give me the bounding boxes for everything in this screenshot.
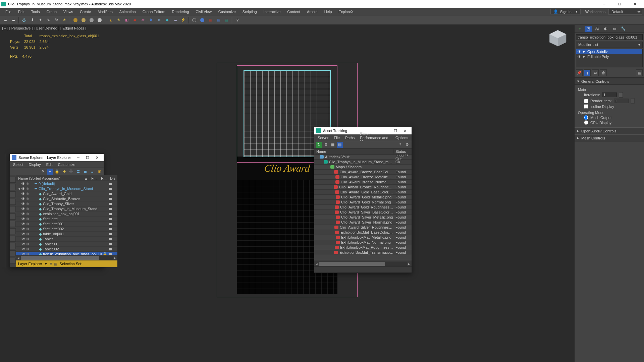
menu-scripting[interactable]: Scripting (239, 9, 260, 15)
menu-file[interactable]: File (2, 9, 15, 15)
at-menu-paths[interactable]: Paths (342, 135, 357, 140)
scene-explorer-list[interactable]: 👁❄≣0 (default)▾👁❄≣Clio_Trophys_in_Museum… (16, 181, 117, 255)
menu-interactive[interactable]: Interactive (260, 9, 284, 15)
asset-row-exhibitionboxmat-basecolor-png[interactable]: ExhibitionBoxMat_BaseColor.pngFound (314, 230, 412, 235)
at-help-button[interactable]: ? (397, 142, 403, 148)
asset-row-exhibitionboxmat-metallic-png[interactable]: ExhibitionBoxMat_Metallic.pngFound (314, 235, 412, 240)
motion-tab[interactable]: ◐ (602, 26, 609, 32)
se-row-clio-award-gold[interactable]: 👁❄◆Clio_Award_Gold (16, 191, 117, 196)
modifier-editable-poly[interactable]: 👁▸Editable Poly (576, 54, 642, 59)
fill-icon[interactable]: ◧ (123, 16, 130, 24)
se-row-tablet002[interactable]: 👁❄◆Tablet002 (16, 247, 117, 252)
se-side-5[interactable] (10, 206, 16, 212)
bolt-icon[interactable]: ⚡ (179, 16, 187, 24)
se-side-1[interactable] (10, 177, 16, 183)
se-side-10[interactable] (10, 243, 16, 249)
mesh-output-radio[interactable] (584, 115, 588, 120)
at-menu-file[interactable]: File (331, 135, 342, 140)
se-filter-button[interactable]: ▼ (47, 169, 53, 175)
menu-rendering[interactable]: Rendering (169, 9, 193, 15)
isoline-check[interactable] (584, 104, 588, 109)
minimize-button[interactable]: ─ (596, 0, 612, 8)
cloud2-icon[interactable]: ☁ (171, 16, 179, 24)
wire-icon[interactable] (191, 16, 198, 24)
se-row-table-obj001[interactable]: 👁❄◆table_obj001 (16, 232, 117, 237)
se-menu-select[interactable]: Select (10, 162, 26, 167)
se-layers2-button[interactable]: ☰ (82, 169, 88, 175)
asset-row-clio-award-silver-normal-png[interactable]: Clio_Award_Silver_Normal.pngFound (314, 220, 412, 225)
configure-sets-button[interactable]: ▦ (636, 69, 643, 76)
asset-row-clio-award-gold-metallic-png[interactable]: Clio_Award_Gold_Metallic.pngFound (314, 195, 412, 200)
loop-icon[interactable]: ↻ (53, 16, 60, 24)
menu-create[interactable]: Create (76, 9, 94, 15)
asset-row-autodesk-vault[interactable]: Autodesk VaultLogged Out (314, 155, 412, 160)
se-newlayer-button[interactable]: ✚ (61, 169, 67, 175)
menu-edit[interactable]: Edit (15, 9, 28, 15)
se-layers3-button[interactable]: ≡ (89, 169, 95, 175)
modifier-stack[interactable]: 👁▸OpenSubdiv👁▸Editable Poly (576, 49, 643, 67)
asset-row-exhibitionboxmat-normal-png[interactable]: ExhibitionBoxMat_Normal.pngFound (314, 240, 412, 245)
se-menu-edit[interactable]: Edit (44, 162, 55, 167)
se-hscroll[interactable]: ◂▸ (16, 255, 117, 260)
axis-icon[interactable]: ↯ (45, 16, 52, 24)
sun-icon[interactable]: ☀ (61, 16, 68, 24)
asset-row-clio-award-silver-metallic-png[interactable]: Clio_Award_Silver_Metallic.pngFound (314, 215, 412, 220)
pin-stack-button[interactable]: 📌 (576, 69, 583, 76)
se-side-2[interactable] (10, 184, 16, 190)
shade-3-icon[interactable] (88, 16, 95, 24)
puzzle-icon[interactable]: ◆ (163, 16, 171, 24)
signin-button[interactable]: 👤 Sign In ▾ (550, 9, 581, 14)
show-end-result-button[interactable]: ▮ (584, 69, 591, 76)
asset-row-clio-award-gold-roughness-png[interactable]: Clio_Award_Gold_Roughness.pngFound (314, 205, 412, 210)
asset-row-exhibitionboxmat-transmission-png[interactable]: ExhibitionBoxMat_Transmission.pngFound (314, 250, 412, 255)
remove-modifier-button[interactable]: 🗑 (600, 69, 607, 76)
at-hscroll[interactable]: ◂▸ (314, 261, 412, 266)
se-row-transp-exhibition-box-glass-obj001[interactable]: 👁❄◆transp_exhibition_box_glass_obj001🔒 (16, 252, 117, 255)
gpu-display-radio[interactable] (584, 120, 588, 125)
cloud-icon[interactable]: ☁ (1, 16, 9, 24)
se-row-tablet001[interactable]: 👁❄◆Tablet001 (16, 242, 117, 247)
se-row-clio-trophys-in-museum-stand[interactable]: 👁❄◆Clio_Trophys_in_Museum_Stand (16, 206, 117, 212)
snow-icon[interactable]: ❄ (155, 16, 163, 24)
se-side-7[interactable] (10, 221, 16, 227)
render-iters-check[interactable] (584, 99, 588, 103)
asset-row-clio-award-bronze-basecolor-png[interactable]: Clio_Award_Bronze_BaseColor.pngFound (314, 170, 412, 175)
cross-icon[interactable]: ✖ (147, 16, 155, 24)
stack-icon[interactable]: ▤ (223, 16, 230, 24)
asset-row-exhibitionboxmat-roughness-png[interactable]: ExhibitionBoxMat_Roughness.pngFound (314, 245, 412, 250)
help-icon[interactable]: ? (234, 16, 241, 24)
se-row-statuette002[interactable]: 👁❄◆Statuette002 (16, 227, 117, 232)
maximize-button[interactable]: ☐ (612, 0, 627, 8)
se-row-statuette[interactable]: 👁❄◆Statuette (16, 217, 117, 222)
hierarchy-tab[interactable]: 品 (593, 26, 601, 32)
rollout-general-head[interactable]: ▾ General Controls (575, 78, 644, 85)
se-row-clio-statuette-bronze[interactable]: 👁❄◆Clio_Statuette_Bronze (16, 196, 117, 201)
viewport-label[interactable]: [ + ] [ Perspective ] [ User Defined ] [… (2, 26, 86, 30)
close-button[interactable]: ✕ (627, 0, 643, 8)
menu-help[interactable]: Help (321, 9, 335, 15)
create-tab[interactable]: ＋ (576, 26, 583, 32)
menu-arnold[interactable]: Arnold (304, 9, 321, 15)
menu-group[interactable]: Group (43, 9, 60, 15)
se-minimize-button[interactable]: ─ (73, 154, 83, 161)
se-row-statuette001[interactable]: 👁❄◆Statuette001 (16, 222, 117, 227)
se-lock-button[interactable]: 🔒 (54, 169, 60, 175)
se-opt-button[interactable]: ▣ (96, 169, 102, 175)
menu-tools[interactable]: Tools (28, 9, 43, 15)
grid2-icon[interactable]: ▦ (215, 16, 222, 24)
at-close-button[interactable]: ✕ (400, 127, 410, 134)
menu-customize[interactable]: Customize (215, 9, 239, 15)
down-arrow-icon[interactable]: ⬇ (29, 16, 36, 24)
se-close-button[interactable]: ✕ (92, 154, 102, 161)
at-list-button[interactable]: ≣ (323, 142, 329, 148)
se-row-exhibition-box-obj001[interactable]: 👁❄◆exhibition_box_obj001 (16, 212, 117, 217)
modifier-opensubdiv[interactable]: 👁▸OpenSubdiv (576, 49, 642, 54)
rollout-opensubdiv-head[interactable]: ▸ OpenSubdiv Controls (575, 127, 644, 134)
se-maximize-button[interactable]: ☐ (83, 154, 92, 161)
shade-2-icon[interactable] (80, 16, 87, 24)
at-grid-button[interactable]: ▦ (330, 142, 336, 148)
grid1-icon[interactable]: ▦ (207, 16, 214, 24)
at-refresh-button[interactable]: ↻ (316, 142, 322, 148)
rollout-mesh-head[interactable]: ▸ Mesh Controls (575, 134, 644, 141)
se-menu-customize[interactable]: Customize (55, 162, 78, 167)
